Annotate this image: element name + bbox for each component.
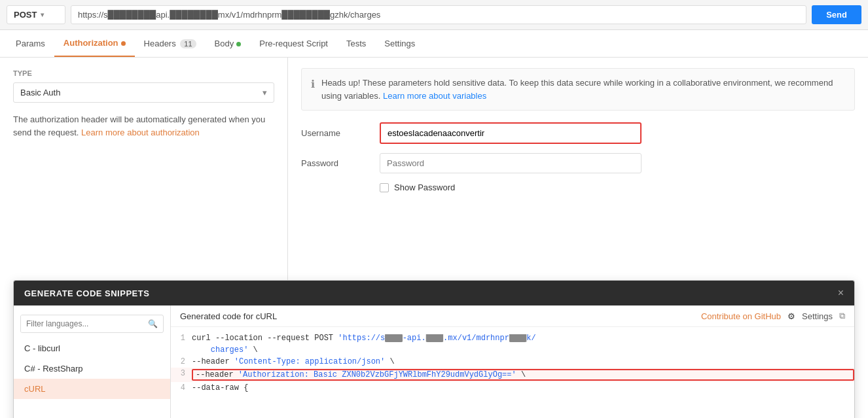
modal-body: 🔍 C - libcurl C# - RestSharp cURL Genera… <box>14 305 854 418</box>
code-line-1b: charges' \ <box>171 344 854 356</box>
auth-hint: The authorization header will be automat… <box>13 113 274 139</box>
line-num-4: 4 <box>171 383 192 392</box>
main-content: TYPE Basic Auth ▾ The authorization head… <box>0 58 868 280</box>
warning-box: ℹ Heads up! These parameters hold sensit… <box>301 68 855 111</box>
language-sidebar: 🔍 C - libcurl C# - RestSharp cURL <box>14 305 171 418</box>
code-snippets-modal: GENERATE CODE SNIPPETS × 🔍 C - libcurl C… <box>13 280 855 418</box>
gear-icon: ⚙ <box>787 311 795 321</box>
type-select[interactable]: Basic Auth ▾ <box>13 82 274 103</box>
search-icon: 🔍 <box>143 315 163 332</box>
warning-icon: ℹ <box>311 77 315 102</box>
tab-authorization[interactable]: Authorization <box>54 30 135 57</box>
lang-item-clibcurl[interactable]: C - libcurl <box>14 338 170 358</box>
headers-badge: 11 <box>180 39 196 48</box>
tabs-bar: Params Authorization Headers 11 Body Pre… <box>0 30 868 58</box>
warning-text: Heads up! These parameters hold sensitiv… <box>321 77 845 102</box>
tab-tests[interactable]: Tests <box>337 31 375 56</box>
settings-button[interactable]: Settings <box>802 311 833 321</box>
method-select[interactable]: POST ▾ <box>7 5 65 24</box>
code-block: 1 curl --location --request POST 'https:… <box>171 327 854 399</box>
code-line-1: 1 curl --location --request POST 'https:… <box>171 332 854 344</box>
modal-overlay: GENERATE CODE SNIPPETS × 🔍 C - libcurl C… <box>0 280 868 418</box>
type-value: Basic Auth <box>20 88 60 97</box>
tab-headers[interactable]: Headers 11 <box>135 31 206 56</box>
lang-item-csharp[interactable]: C# - RestSharp <box>14 358 170 379</box>
url-bar: POST ▾ Send <box>0 0 868 30</box>
password-row: Password <box>301 153 855 173</box>
tab-prerequest[interactable]: Pre-request Script <box>250 31 337 56</box>
code-line-2: 2 --header 'Content-Type: application/js… <box>171 356 854 368</box>
username-row: Username <box>301 122 855 144</box>
show-password-row: Show Password <box>380 183 855 192</box>
show-password-checkbox[interactable] <box>380 183 389 192</box>
modal-title: GENERATE CODE SNIPPETS <box>24 288 149 298</box>
line-num-1: 1 <box>171 334 192 343</box>
left-panel: TYPE Basic Auth ▾ The authorization head… <box>0 58 288 280</box>
language-filter: 🔍 <box>20 315 164 333</box>
type-label: TYPE <box>13 69 274 77</box>
line-content-4: --data-raw { <box>192 383 854 392</box>
password-input[interactable] <box>380 153 642 173</box>
tab-body[interactable]: Body <box>206 31 251 56</box>
tab-settings[interactable]: Settings <box>375 31 424 56</box>
learn-more-link[interactable]: Learn more about authorization <box>81 128 200 137</box>
line-num-3: 3 <box>171 369 192 381</box>
modal-close-button[interactable]: × <box>838 287 844 299</box>
code-line-4: 4 --data-raw { <box>171 382 854 394</box>
show-password-label: Show Password <box>394 183 455 192</box>
github-link[interactable]: Contribute on GitHub <box>701 311 781 321</box>
password-label: Password <box>301 158 380 168</box>
right-panel: ℹ Heads up! These parameters hold sensit… <box>288 58 868 280</box>
line-content-2: --header 'Content-Type: application/json… <box>192 357 854 366</box>
code-title: Generated code for cURL <box>180 311 695 321</box>
type-chevron: ▾ <box>262 88 267 97</box>
method-chevron: ▾ <box>41 11 44 18</box>
url-input[interactable] <box>71 5 806 24</box>
username-input[interactable] <box>380 122 642 144</box>
send-button[interactable]: Send <box>812 5 861 24</box>
copy-button[interactable]: ⧉ <box>839 311 845 321</box>
line-content-1b: charges' \ <box>192 345 854 355</box>
method-label: POST <box>14 10 37 20</box>
lang-item-curl[interactable]: cURL <box>14 379 170 399</box>
body-dot <box>236 42 241 46</box>
authorization-dot <box>121 41 126 46</box>
line-num-2: 2 <box>171 357 192 366</box>
modal-header: GENERATE CODE SNIPPETS × <box>14 281 854 305</box>
line-content-3: --header 'Authorization: Basic ZXN0b2Vzb… <box>192 369 854 381</box>
code-line-3: 3 --header 'Authorization: Basic ZXN0b2V… <box>171 368 854 382</box>
line-num-1b <box>171 345 192 355</box>
username-label: Username <box>301 128 380 138</box>
tab-params[interactable]: Params <box>7 31 54 56</box>
line-content-1: curl --location --request POST 'https://… <box>192 334 854 343</box>
variables-link[interactable]: Learn more about variables <box>383 91 486 101</box>
language-search-input[interactable] <box>21 315 143 332</box>
code-area: Generated code for cURL Contribute on Gi… <box>171 305 854 418</box>
code-toolbar: Generated code for cURL Contribute on Gi… <box>171 305 854 327</box>
